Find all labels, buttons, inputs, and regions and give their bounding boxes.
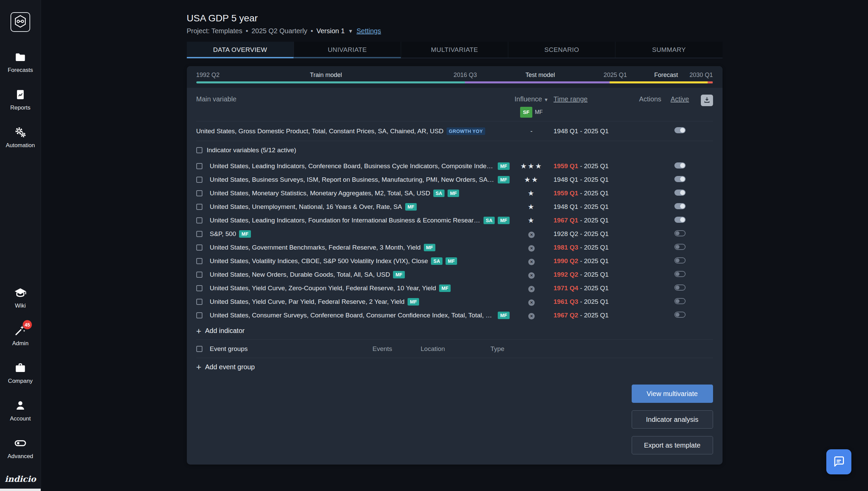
sidebar-item-account[interactable]: Account — [0, 399, 41, 422]
mf-badge: MF — [498, 176, 509, 183]
sidebar-item-admin[interactable]: 45 Admin — [0, 323, 41, 347]
influence-header[interactable]: Influence▼ — [514, 95, 548, 104]
active-toggle[interactable] — [674, 284, 686, 291]
event-groups-label: Event groups — [210, 345, 373, 353]
indicator-name[interactable]: S&P, 500 — [210, 230, 236, 238]
export-as-template-button[interactable]: Export as template — [632, 436, 713, 454]
download-button[interactable] — [701, 95, 713, 106]
active-toggle[interactable] — [674, 162, 686, 169]
breadcrumb-separator: • — [246, 27, 248, 35]
timeline-start-label: 1992 Q2 — [196, 72, 220, 79]
add-event-group-button[interactable]: + Add event group — [196, 358, 713, 376]
chevron-down-icon[interactable]: ▼ — [348, 28, 353, 34]
indicator-name[interactable]: United States, Unemployment, National, 1… — [210, 203, 402, 211]
active-header[interactable]: Active — [664, 95, 696, 103]
view-multivariate-button[interactable]: View multivariate — [632, 385, 713, 403]
mf-badge: MF — [424, 244, 435, 251]
report-icon — [14, 88, 27, 101]
tab-univariate[interactable]: UNIVARIATE — [294, 42, 401, 58]
indicator-badges: MF — [390, 272, 405, 278]
time-end: - 2025 Q1 — [578, 203, 609, 210]
no-influence-icon: ✕ — [528, 232, 535, 238]
tab-data-overview[interactable]: DATA OVERVIEW — [187, 42, 294, 58]
indicator-name[interactable]: United States, New Orders, Durable Goods… — [210, 271, 390, 278]
toggle-switch-icon — [14, 436, 27, 450]
tab-multivariate[interactable]: MULTIVARIATE — [401, 42, 508, 58]
row-checkbox[interactable] — [196, 177, 202, 183]
location-column-header: Location — [421, 345, 491, 353]
active-toggle[interactable] — [674, 257, 686, 263]
time-start: 1948 Q1 — [554, 176, 578, 183]
indicator-name[interactable]: United States, Leading Indicators, Found… — [210, 217, 480, 224]
row-checkbox[interactable] — [196, 217, 202, 223]
active-toggle[interactable] — [674, 127, 686, 133]
active-toggle[interactable] — [674, 298, 686, 304]
tab-summary[interactable]: SUMMARY — [615, 42, 722, 58]
select-all-checkbox[interactable] — [196, 147, 202, 153]
time-start: 1961 Q3 — [554, 298, 578, 305]
indicator-name[interactable]: United States, Volatility Indices, CBOE,… — [210, 257, 428, 265]
sidebar-item-company[interactable]: Company — [0, 361, 41, 385]
no-influence-icon: ✕ — [528, 272, 535, 279]
active-toggle[interactable] — [674, 190, 686, 196]
time-end: - 2025 Q1 — [578, 230, 609, 237]
time-range-header[interactable]: Time range — [554, 95, 637, 103]
event-groups-checkbox[interactable] — [196, 346, 202, 352]
indicator-name[interactable]: United States, Consumer Surveys, Confere… — [210, 312, 495, 319]
indicator-row: United States, Government Benchmarks, Fe… — [196, 241, 713, 254]
active-toggle[interactable] — [674, 230, 686, 236]
version-label[interactable]: Version 1 — [316, 27, 344, 35]
indicator-name[interactable]: United States, Yield Curve, Par Yield, F… — [210, 298, 405, 306]
indicator-name[interactable]: United States, Yield Curve, Zero-Coupon … — [210, 284, 436, 292]
end-segment — [708, 81, 713, 83]
mf-label[interactable]: MF — [535, 108, 543, 117]
tab-scenario[interactable]: SCENARIO — [508, 42, 615, 58]
row-checkbox[interactable] — [196, 190, 202, 196]
sidebar-item-reports[interactable]: Reports — [0, 88, 41, 111]
row-checkbox[interactable] — [196, 204, 202, 210]
indicator-name[interactable]: United States, Leading Indicators, Confe… — [210, 162, 495, 170]
row-checkbox[interactable] — [196, 244, 202, 251]
active-toggle[interactable] — [674, 217, 686, 223]
chat-button[interactable] — [826, 449, 851, 474]
add-indicator-button[interactable]: + Add indicator — [196, 322, 713, 340]
influence-stars: ★ — [528, 216, 535, 224]
active-toggle[interactable] — [674, 244, 686, 250]
influence-cell: ✕ — [510, 271, 554, 279]
time-start: 1948 Q1 — [554, 203, 578, 210]
main-variable-name[interactable]: United States, Gross Domestic Product, T… — [196, 127, 443, 135]
time-range-cell: 1928 Q2 - 2025 Q1 — [554, 230, 637, 238]
app-logo[interactable] — [11, 12, 30, 32]
row-checkbox[interactable] — [196, 258, 202, 264]
indicator-row: United States, Leading Indicators, Found… — [196, 214, 713, 227]
active-toggle[interactable] — [674, 176, 686, 182]
active-toggle[interactable] — [674, 312, 686, 318]
sidebar-item-forecasts[interactable]: Forecasts — [0, 50, 41, 74]
indicator-analysis-button[interactable]: Indicator analysis — [632, 410, 713, 429]
sidebar-item-wiki[interactable]: Wiki — [0, 286, 41, 309]
indicator-row: United States, Yield Curve, Zero-Coupon … — [196, 281, 713, 295]
indicator-row: United States, Yield Curve, Par Yield, F… — [196, 295, 713, 309]
sf-badge[interactable]: SF — [520, 107, 532, 118]
influence-stars: ★ — [528, 203, 535, 211]
row-checkbox[interactable] — [196, 312, 202, 318]
indicator-name[interactable]: United States, Government Benchmarks, Fe… — [210, 244, 421, 251]
sa-badge: SA — [484, 217, 495, 224]
type-column-header: Type — [491, 345, 713, 353]
settings-link[interactable]: Settings — [356, 27, 381, 35]
active-toggle[interactable] — [674, 271, 686, 277]
indicator-row: United States, New Orders, Durable Goods… — [196, 268, 713, 281]
row-checkbox[interactable] — [196, 231, 202, 237]
row-checkbox[interactable] — [196, 163, 202, 169]
no-influence-icon: ✕ — [528, 245, 535, 252]
row-checkbox[interactable] — [196, 285, 202, 291]
row-checkbox[interactable] — [196, 299, 202, 305]
active-toggle[interactable] — [674, 203, 686, 209]
indicator-name[interactable]: United States, Business Surveys, ISM, Re… — [210, 176, 495, 183]
indicator-name[interactable]: United States, Monetary Statistics, Mone… — [210, 190, 430, 197]
row-checkbox[interactable] — [196, 272, 202, 278]
sidebar-item-advanced[interactable]: Advanced — [0, 436, 41, 460]
influence-stars: ★★★ — [520, 162, 542, 170]
sidebar-item-automation[interactable]: Automation — [0, 125, 41, 149]
timeline-test-label: Test model — [526, 72, 555, 79]
